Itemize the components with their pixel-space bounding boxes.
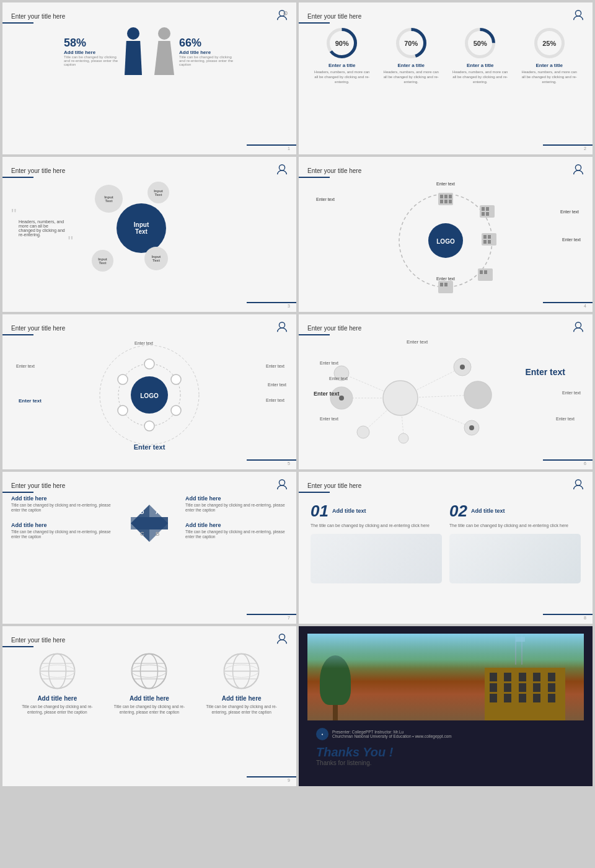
slide-5-num: 5 xyxy=(288,461,290,466)
circular-logo-svg: LOGO xyxy=(87,339,211,451)
gear-large-label: InputText xyxy=(134,221,149,235)
svg-point-68 xyxy=(460,365,465,370)
b6-l3: Enter text xyxy=(314,391,340,397)
step-2-num: 02 xyxy=(449,503,467,519)
svg-rect-38 xyxy=(444,283,447,286)
footer-logo: ♦ xyxy=(316,728,328,740)
pie-item-1: 70% Enter a title Headers, numbers, and … xyxy=(383,26,439,84)
pie-circle-1: 70% xyxy=(394,26,428,60)
step-2-title: Add title text xyxy=(471,508,505,514)
bubble-svg xyxy=(307,336,584,457)
slide-8-logo xyxy=(571,478,585,492)
globe-title-1: Add title here xyxy=(130,695,169,702)
svg-point-12 xyxy=(575,165,581,170)
item-7-0-caption: Title can be changed by clicking and re-… xyxy=(11,503,113,513)
svg-point-65 xyxy=(399,433,408,443)
circ5-label-l: Enter text xyxy=(19,398,42,404)
svg-rect-26 xyxy=(482,212,485,216)
b6-l1: Enter text xyxy=(407,339,428,345)
item-7-0: Add title here Title can be changed by c… xyxy=(11,495,113,513)
svg-point-63 xyxy=(464,381,491,409)
female-stat: 66% Add title here Title can be changed … xyxy=(154,27,235,75)
gears-content: " Headers, numbers, and more can all be … xyxy=(11,179,288,278)
gear-sm3-label: InputText xyxy=(98,257,107,265)
step-2-caption: The title can be changed by clicking and… xyxy=(449,523,581,529)
thanks-sub: Thanks for listening. xyxy=(316,760,575,766)
slide-6-logo xyxy=(571,321,585,334)
svg-rect-22 xyxy=(449,200,452,203)
slide-3: Enter your title here " Headers, numbers… xyxy=(2,157,296,312)
slide-4-num: 4 xyxy=(584,304,586,308)
slide-1-num: 1 xyxy=(288,146,290,151)
item-7-3-caption: Title can be changed by clicking and re-… xyxy=(185,529,288,540)
node-label-right2: Enter text xyxy=(562,237,581,242)
item-7-2-caption: Title can be changed by clicking and re-… xyxy=(11,529,113,540)
globe-content: Add title here Title can be changed by c… xyxy=(11,651,288,715)
globe-title-2: Add title here xyxy=(222,695,262,702)
slide-8: Enter your title here 01 Add title text … xyxy=(299,472,593,624)
pie-title-3: Enter a title xyxy=(536,63,563,68)
step-1-map xyxy=(311,534,442,583)
footer-details: Presenter: CollegePPT Instructor: Mr.Lu … xyxy=(332,730,452,738)
circ5-label-top: Enter text xyxy=(134,341,153,345)
b6-l4: Enter text xyxy=(562,391,581,395)
svg-text:LOGO: LOGO xyxy=(436,238,455,245)
male-icon xyxy=(125,27,142,75)
slide-1: Enter your title here 58% Add title here… xyxy=(2,2,296,154)
male-info: 58% Add title here Title can be changed … xyxy=(64,37,120,66)
steps-content: 01 Add title text The title can be chang… xyxy=(307,503,584,583)
svg-rect-17 xyxy=(440,195,443,198)
svg-point-46 xyxy=(171,405,181,415)
slide-1-title: Enter your title here xyxy=(11,13,65,20)
step-1-caption: The title can be changed by clicking and… xyxy=(311,523,442,529)
circ5-label-bottom: Enter text xyxy=(134,443,165,451)
thankyou-image xyxy=(307,634,584,720)
pie-label-2: 50% xyxy=(474,40,487,47)
gear-sm2-label: InputText xyxy=(154,189,163,197)
step-1-title: Add title text xyxy=(332,508,366,514)
item-7-1-title: Add title here xyxy=(185,495,288,502)
slide-7-num: 7 xyxy=(288,616,290,620)
slide-3-logo xyxy=(275,163,289,177)
globe-caption-0: Title can be changed by clicking and re-… xyxy=(20,704,94,715)
slide-2-num: 2 xyxy=(584,146,586,151)
female-caption: Title can be changed by clicking and re-… xyxy=(179,55,235,66)
svg-rect-35 xyxy=(484,270,487,274)
b6-l7: Enter text xyxy=(556,417,575,421)
slide-9-num: 9 xyxy=(288,778,290,782)
svg-point-67 xyxy=(469,425,474,430)
globe-item-1: Add title here Title can be changed by c… xyxy=(112,651,187,715)
slide-6-content: Enter text Enter text Enter text Enter t… xyxy=(307,336,584,457)
slide-6-num: 6 xyxy=(584,461,586,466)
svg-rect-18 xyxy=(444,195,447,198)
step-1: 01 Add title text The title can be chang… xyxy=(311,503,442,583)
svg-text:D: D xyxy=(140,509,144,515)
svg-rect-32 xyxy=(488,240,491,244)
item-7-0-title: Add title here xyxy=(11,495,113,502)
svg-rect-20 xyxy=(440,200,443,203)
pie-circle-3: 25% xyxy=(532,26,566,60)
svg-point-69 xyxy=(279,480,284,485)
b6-l5: Enter text xyxy=(525,367,565,377)
globe-item-2: Add title here Title can be changed by c… xyxy=(205,651,279,715)
svg-point-58 xyxy=(383,381,418,415)
pie-circle-0: 90% xyxy=(325,26,359,60)
footer-info: ♦ Presenter: CollegePPT Instructor: Mr.L… xyxy=(316,728,575,740)
circ5-label-r: Enter text xyxy=(266,398,284,402)
male-title: Add title here xyxy=(64,50,120,55)
thanks-heading: Thanks You ! xyxy=(316,745,575,760)
svg-point-74 xyxy=(575,480,581,485)
female-percent: 66% xyxy=(179,37,235,50)
item-7-2-title: Add title here xyxy=(11,522,113,528)
pie-caption-3: Headers, numbers, and more can all be ch… xyxy=(521,70,577,84)
step-1-header: 01 Add title text xyxy=(311,503,442,519)
globe-title-0: Add title here xyxy=(37,695,77,702)
svg-rect-19 xyxy=(449,195,452,198)
svg-text:LOGO: LOGO xyxy=(140,392,159,399)
gear-sm4-label: InputText xyxy=(152,255,161,262)
slide-7-content: Add title here Title can be changed by c… xyxy=(11,495,288,551)
slide-1-logo xyxy=(275,9,289,22)
pie-item-0: 90% Enter a title Headers, numbers, and … xyxy=(314,26,370,84)
abcd-svg: D A C B xyxy=(121,495,177,551)
slide-9-title: Enter your title here xyxy=(11,637,65,644)
